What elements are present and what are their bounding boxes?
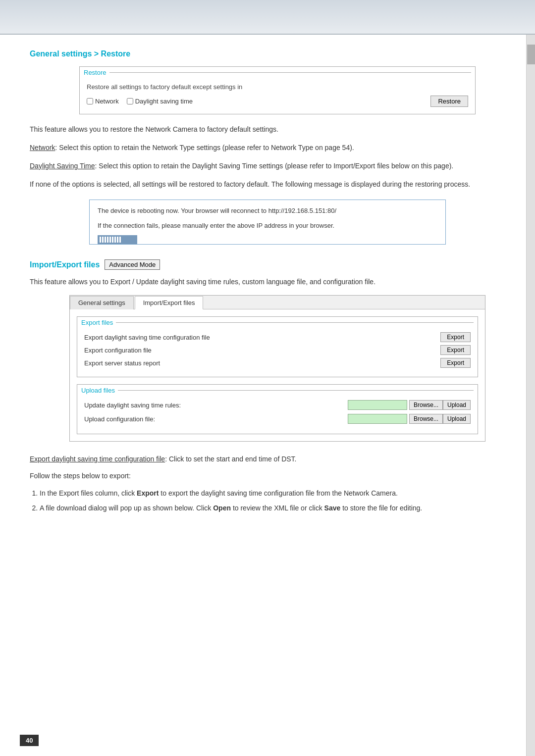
export-btn-2[interactable]: Export [440, 358, 471, 368]
restore-checkboxes: Network Daylight saving time [87, 98, 193, 105]
upload-btn-1[interactable]: Upload [443, 414, 471, 424]
scrollbar-thumb[interactable] [527, 45, 535, 64]
export-dst-desc: Export daylight saving time configuratio… [30, 454, 505, 464]
export-row-0: Export daylight saving time configuratio… [84, 332, 471, 342]
tab-bar: General settings Import/Export files [70, 296, 485, 309]
steps-intro: Follow the steps below to export: [30, 470, 505, 481]
stripe6 [112, 237, 113, 243]
export-btn-1[interactable]: Export [440, 345, 471, 355]
network-checkbox-text: Network [95, 98, 119, 105]
export-files-box: Export files Export daylight saving time… [77, 316, 478, 377]
tab-import-export[interactable]: Import/Export files [135, 296, 204, 309]
section1-heading: General settings > Restore [30, 50, 505, 58]
step2-bold1: Open [213, 504, 231, 512]
reboot-message-box: The device is rebooting now. Your browse… [89, 200, 446, 245]
export-dst-term: Export daylight saving time configuratio… [30, 455, 165, 463]
tab-general-settings[interactable]: General settings [70, 296, 134, 309]
page-number: 40 [20, 735, 39, 746]
stripe9 [119, 237, 121, 243]
para2: Network: Select this option to retain th… [30, 143, 505, 153]
export-row-1: Export configuration file Export [84, 345, 471, 355]
export-label-1: Export configuration file [84, 347, 152, 354]
restore-box-title: Restore [84, 69, 107, 76]
upload-row-1: Upload configuration file: Browse... Upl… [84, 414, 471, 424]
para3-text: : Select this option to retain the Dayli… [95, 162, 454, 170]
reboot-line2: If the connection fails, please manually… [98, 221, 437, 231]
stripe7 [114, 237, 116, 243]
upload-row-0: Update daylight saving time rules: Brows… [84, 400, 471, 410]
section2-heading: Import/Export files [30, 260, 100, 269]
export-dst-text: : Click to set the start and end time of… [165, 455, 296, 463]
export-btn-0[interactable]: Export [440, 332, 471, 342]
reboot-message-container: The device is rebooting now. Your browse… [89, 200, 446, 245]
stripe5 [109, 237, 111, 243]
upload-files-titlerow: Upload files [77, 385, 478, 396]
stripe2 [102, 237, 104, 243]
daylight-checkbox-label[interactable]: Daylight saving time [127, 98, 193, 105]
export-row-2: Export server status report Export [84, 358, 471, 368]
upload-files-box: Upload files Update daylight saving time… [77, 384, 478, 434]
stripe8 [117, 237, 118, 243]
export-label-2: Export server status report [84, 359, 160, 367]
export-files-title: Export files [81, 319, 113, 326]
main-panel: General settings Import/Export files Exp… [69, 295, 485, 442]
upload-files-title: Upload files [81, 387, 115, 394]
stripe1 [100, 237, 101, 243]
restore-button[interactable]: Restore [430, 96, 468, 107]
upload-btn-0[interactable]: Upload [443, 400, 471, 410]
upload-label-0: Update daylight saving time rules: [84, 402, 348, 409]
step2-bold2: Save [324, 504, 341, 512]
export-label-0: Export daylight saving time configuratio… [84, 334, 210, 341]
export-files-content: Export daylight saving time configuratio… [77, 328, 478, 377]
stripe3 [105, 237, 106, 243]
browse-btn-0[interactable]: Browse... [409, 400, 443, 410]
progress-stripes [100, 237, 121, 243]
network-term: Network [30, 144, 55, 151]
step1-after: to export the daylight saving time confi… [159, 489, 397, 497]
step2-after: to store the file for editing. [340, 504, 422, 512]
steps-list: In the Export files column, click Export… [30, 488, 505, 514]
export-files-title-line [116, 322, 474, 323]
section2-intro: This feature allows you to Export / Upda… [30, 277, 505, 287]
upload-input-1[interactable] [348, 414, 407, 424]
advanced-mode-button[interactable]: Advanced Mode [105, 259, 160, 270]
step1-before: In the Export files column, click [40, 489, 137, 497]
daylight-checkbox-text: Daylight saving time [135, 98, 193, 105]
step2-before: A file download dialog will pop up as sh… [40, 504, 213, 512]
right-scrollbar[interactable] [526, 35, 535, 756]
para2-text: : Select this option to retain the Netwo… [55, 144, 354, 151]
upload-files-content: Update daylight saving time rules: Brows… [77, 396, 478, 434]
tab-import-export-label: Import/Export files [143, 299, 195, 306]
para3: Daylight Saving Time: Select this option… [30, 161, 505, 171]
upload-input-0[interactable] [348, 400, 407, 410]
para4: If none of the options is selected, all … [30, 179, 505, 190]
network-checkbox[interactable] [87, 98, 93, 104]
step2-mid: to review the XML file or click [231, 504, 324, 512]
reboot-progress-bar [98, 235, 137, 244]
daylight-term: Daylight Saving Time [30, 162, 95, 170]
network-checkbox-label[interactable]: Network [87, 98, 119, 105]
restore-options-row: Network Daylight saving time Restore [87, 96, 468, 107]
upload-label-1: Upload configuration file: [84, 415, 348, 423]
reboot-line1: The device is rebooting now. Your browse… [98, 206, 437, 216]
stripe4 [107, 237, 108, 243]
step-2: A file download dialog will pop up as sh… [40, 503, 505, 513]
browse-btn-1[interactable]: Browse... [409, 414, 443, 424]
export-files-titlerow: Export files [77, 317, 478, 328]
restore-box-inner: Restore all settings to factory default … [80, 78, 475, 114]
upload-files-title-line [118, 390, 474, 391]
para1: This feature allows you to restore the N… [30, 124, 505, 135]
tab-general-settings-label: General settings [78, 299, 125, 306]
section2-heading-row: Import/Export files Advanced Mode [30, 259, 505, 270]
step1-bold1: Export [137, 489, 159, 497]
restore-box-titlerow: Restore [80, 67, 475, 78]
top-bar [0, 0, 535, 35]
step-1: In the Export files column, click Export… [40, 488, 505, 499]
restore-box-title-line [109, 72, 471, 73]
restore-box: Restore Restore all settings to factory … [79, 66, 476, 114]
restore-desc: Restore all settings to factory default … [87, 83, 468, 91]
daylight-checkbox[interactable] [127, 98, 133, 104]
